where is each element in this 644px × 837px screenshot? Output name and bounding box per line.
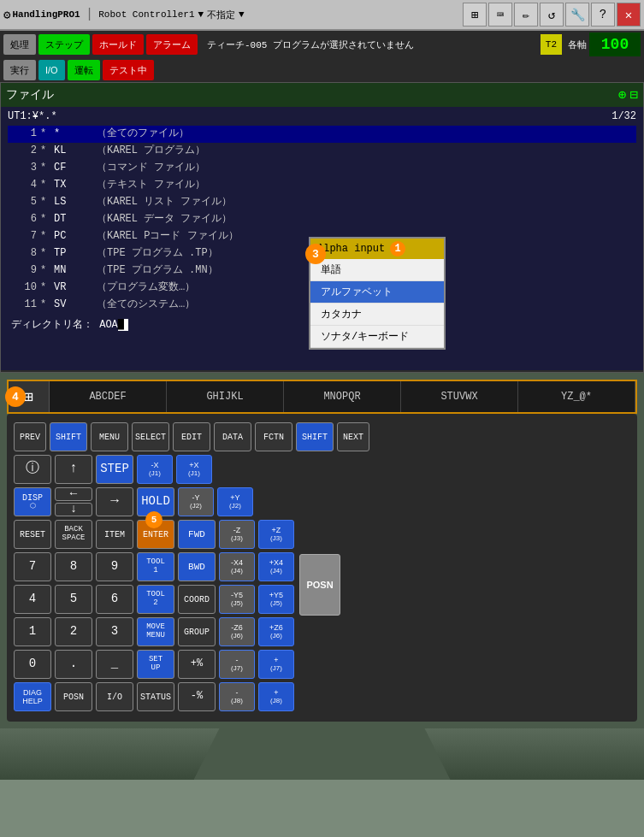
status-button[interactable]: STATUS	[137, 682, 174, 711]
num-5-button[interactable]: 5	[55, 585, 92, 614]
process-button[interactable]: 処理	[3, 34, 36, 55]
info-button[interactable]: ⓘ	[14, 455, 51, 484]
table-row[interactable]: 5 * LS （KAREL リスト ファイル）	[8, 194, 636, 211]
alarm-button[interactable]: アラーム	[146, 34, 198, 55]
num-0-button[interactable]: 0	[14, 650, 51, 679]
num-8-button[interactable]: 8	[55, 552, 92, 581]
minus-y5-j5-button[interactable]: -Y5(J5)	[219, 585, 255, 614]
zoom-icon[interactable]: ⊕	[618, 86, 627, 103]
prev-button[interactable]: PREV	[14, 422, 46, 451]
data-button[interactable]: DATA	[214, 422, 251, 451]
step-kbd-button[interactable]: STEP	[96, 455, 133, 484]
setup-button[interactable]: SETUP	[137, 650, 174, 679]
tab-mnopqr[interactable]: MNOPQR	[284, 381, 401, 412]
io-button[interactable]: I/O	[38, 60, 65, 80]
menu-button[interactable]: MENU	[91, 422, 128, 451]
hold-button[interactable]: ホールド	[92, 34, 144, 55]
num-4-button[interactable]: 4	[14, 585, 51, 614]
edit-button[interactable]: EDIT	[173, 422, 210, 451]
minus-j8-button[interactable]: -(J8)	[219, 682, 255, 711]
arrow-down-button[interactable]: ↓	[55, 503, 92, 516]
table-row[interactable]: 2 * KL （KAREL プログラム）	[8, 143, 636, 160]
alpha-option-sonata[interactable]: ソナタ/キーボード	[310, 326, 444, 348]
coord-button[interactable]: COORD	[178, 585, 216, 614]
num-9-button[interactable]: 9	[96, 552, 133, 581]
tool2-button[interactable]: TOOL2	[137, 585, 174, 614]
tab-abcdef[interactable]: ABCDEF	[50, 381, 167, 412]
plus-pct-button[interactable]: +%	[178, 650, 216, 679]
plus-x-j1-button[interactable]: +X(J1)	[176, 455, 212, 484]
table-row[interactable]: 1 * * （全てのファイル）	[8, 126, 636, 143]
plus-z-j3-button[interactable]: +Z(J3)	[258, 520, 294, 549]
tab-yz[interactable]: YZ_@*	[518, 381, 635, 412]
disp-button[interactable]: DISP⬡	[14, 487, 51, 516]
alpha-option-alphabet[interactable]: アルファベット	[310, 281, 444, 304]
arrow-right-button[interactable]: →	[96, 487, 133, 516]
layout-icon[interactable]: ⊟	[629, 86, 638, 103]
minus-x4-j4-button[interactable]: -X4(J4)	[219, 552, 255, 581]
robot-base	[0, 728, 644, 780]
plus-j8-button[interactable]: +(J8)	[258, 682, 294, 711]
minus-j7-button[interactable]: -(J7)	[219, 650, 255, 679]
num-1-button[interactable]: 1	[14, 617, 51, 646]
plus-y5-j5-button[interactable]: +Y5(J5)	[258, 585, 294, 614]
minus-pct-button[interactable]: -%	[178, 682, 216, 711]
shift-button-left[interactable]: SHIFT	[50, 422, 87, 451]
plus-x4-j4-button[interactable]: +X4(J4)	[258, 552, 294, 581]
table-row[interactable]: 6 * DT （KAREL データ ファイル）	[8, 211, 636, 228]
kbd-row-2: ⓘ ↑ STEP -X(J1) +X(J1)	[14, 455, 294, 484]
backspace-button[interactable]: BACKSPACE	[55, 520, 92, 549]
plus-y-j2-button[interactable]: +Y(J2)	[217, 487, 253, 516]
pen-icon-btn[interactable]: ✏	[514, 3, 538, 27]
fwd-button[interactable]: FWD	[178, 520, 216, 549]
minus-z6-j6-button[interactable]: -Z6(J6)	[219, 617, 255, 646]
move-menu-button[interactable]: MOVEMENU	[137, 617, 174, 646]
num-3-button[interactable]: 3	[96, 617, 133, 646]
num-2-button[interactable]: 2	[55, 617, 92, 646]
shift-button-right[interactable]: SHIFT	[296, 422, 334, 451]
group-button[interactable]: GROUP	[178, 617, 216, 646]
tab-stuvwx[interactable]: STUVWX	[401, 381, 518, 412]
tab-ghijkl[interactable]: GHIJKL	[167, 381, 284, 412]
badge-3: 3	[305, 244, 326, 264]
tool1-button[interactable]: TOOL1	[137, 552, 174, 581]
arrow-up-button[interactable]: ↑	[55, 455, 92, 484]
table-row[interactable]: 4 * TX （テキスト ファイル）	[8, 177, 636, 194]
refresh-icon-btn[interactable]: ↺	[540, 3, 564, 27]
posn-kbd-button[interactable]: POSN	[55, 682, 92, 711]
execute-button[interactable]: 実行	[3, 60, 36, 80]
underscore-button[interactable]: _	[96, 650, 133, 679]
diag-help-button[interactable]: DIAGHELP	[14, 682, 51, 711]
help-icon-btn[interactable]: ?	[591, 3, 615, 27]
badge-4: 4	[5, 386, 26, 407]
step-button[interactable]: ステップ	[38, 34, 90, 55]
plus-j7-button[interactable]: +(J7)	[258, 650, 294, 679]
minus-z-j3-button[interactable]: -Z(J3)	[219, 520, 255, 549]
io-kbd-button[interactable]: I/O	[96, 682, 133, 711]
keyboard-icon-btn[interactable]: ⌨	[488, 3, 512, 27]
table-row[interactable]: 3 * CF （コマンド ファイル）	[8, 160, 636, 177]
num-7-button[interactable]: 7	[14, 552, 51, 581]
fctn-button[interactable]: FCTN	[255, 422, 292, 451]
close-icon-btn[interactable]: ✕	[617, 3, 641, 27]
drive-button[interactable]: 運転	[68, 60, 100, 80]
arrow-left-button[interactable]: ←	[55, 487, 92, 501]
kbd-row-1: PREV SHIFT MENU SELECT EDIT DATA FCTN SH…	[14, 422, 630, 451]
bwd-button[interactable]: BWD	[178, 552, 216, 581]
num-6-button[interactable]: 6	[96, 585, 133, 614]
minus-y-j2-button[interactable]: -Y(J2)	[178, 487, 214, 516]
test-button[interactable]: テスト中	[103, 60, 154, 80]
posn-right-button[interactable]: POSN	[299, 554, 340, 616]
minus-x-j1-button[interactable]: -X(J1)	[137, 455, 173, 484]
wrench-icon-btn[interactable]: 🔧	[565, 3, 589, 27]
select-button[interactable]: SELECT	[132, 422, 169, 451]
calc-icon-btn[interactable]: ⊞	[463, 3, 487, 27]
item-button[interactable]: ITEM	[96, 520, 133, 549]
alpha-option-tango[interactable]: 単語	[310, 259, 444, 281]
plus-z6-j6-button[interactable]: +Z6(J6)	[258, 617, 294, 646]
alpha-popup-number: 1	[390, 241, 405, 256]
next-button[interactable]: NEXT	[337, 422, 369, 451]
reset-button[interactable]: RESET	[14, 520, 51, 549]
dot-button[interactable]: .	[55, 650, 92, 679]
alpha-option-katakana[interactable]: カタカナ	[310, 304, 444, 326]
